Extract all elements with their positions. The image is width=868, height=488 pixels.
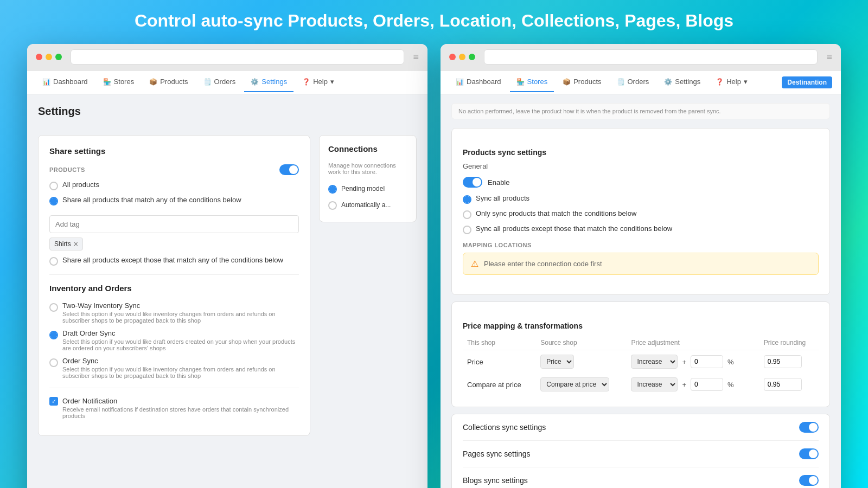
radio-match-products-btn[interactable]	[49, 197, 58, 206]
products-toggle[interactable]	[279, 164, 299, 175]
radio-draft-btn[interactable]	[49, 331, 58, 339]
sync-except-radio-btn[interactable]	[463, 226, 471, 234]
radio-except-products-btn[interactable]	[49, 257, 58, 266]
right-close-dot[interactable]	[449, 54, 456, 60]
collections-sync-label: Collections sync settings	[463, 423, 546, 432]
right-nav-orders[interactable]: 🗒️ Orders	[610, 72, 656, 92]
right-maximize-dot[interactable]	[469, 54, 475, 60]
price-row1-rounding-input[interactable]	[764, 355, 802, 368]
radio-all-products[interactable]: All products	[49, 181, 299, 190]
two-way-label: Two-Way Inventory Sync	[62, 301, 299, 310]
left-content-wrapper: Settings Share settings PRODUCTS All pro…	[27, 94, 427, 488]
price-row1-this-shop: Price	[463, 350, 536, 374]
share-settings-title: Share settings	[49, 146, 299, 156]
price-row-1: Price Price Increase Decrease	[463, 350, 819, 374]
right-nav-help-label: Help	[726, 78, 741, 86]
sync-except-radio[interactable]: Sync all products except those that matc…	[463, 224, 819, 234]
right-nav-products[interactable]: 📦 Products	[556, 72, 608, 92]
mapping-locations-label: MAPPING LOCATIONS	[463, 242, 819, 248]
nav-stores[interactable]: 🏪 Stores	[97, 72, 141, 92]
price-row2-source-select[interactable]: Compare at price	[540, 377, 609, 391]
close-dot[interactable]	[36, 54, 42, 60]
sync-all-radio[interactable]: Sync all products	[463, 194, 819, 204]
radio-two-way-btn[interactable]	[49, 303, 58, 312]
shirts-tag-remove[interactable]: ×	[74, 240, 78, 248]
nav-help[interactable]: ❓ Help ▾	[296, 72, 341, 92]
radio-except-products[interactable]: Share all products except those that mat…	[49, 256, 299, 266]
two-way-sub: Select this option if you would like inv…	[62, 311, 299, 324]
sync-all-radio-btn[interactable]	[463, 195, 471, 204]
top-notice: No action performed, leave the product h…	[451, 103, 830, 119]
right-menu-icon[interactable]: ≡	[826, 52, 832, 63]
nav-stores-label: Stores	[114, 78, 135, 86]
order-notification-row[interactable]: Order Notification Receive email notific…	[49, 397, 299, 419]
right-nav-dashboard[interactable]: 📊 Dashboard	[449, 72, 508, 92]
conn-auto[interactable]: Automatically a...	[328, 197, 407, 213]
inventory-orders-title: Inventory and Orders	[49, 284, 299, 293]
blogs-sync-row: Blogs sync settings	[463, 467, 819, 488]
pct-sign-2: %	[725, 381, 736, 389]
col-price-adj: Price adjustment	[627, 336, 759, 350]
conn-auto-label: Automatically a...	[341, 201, 391, 209]
right-nav-stores[interactable]: 🏪 Stores	[510, 72, 554, 92]
radio-two-way[interactable]: Two-Way Inventory Sync Select this optio…	[49, 301, 299, 324]
radio-order-sync[interactable]: Order Sync Select this option if you wou…	[49, 357, 299, 379]
left-window: ≡ 📊 Dashboard 🏪 Stores 📦 Products 🗒️ Ord…	[27, 44, 427, 488]
right-help-chevron: ▾	[744, 78, 748, 86]
sync-match-label: Only sync products that match the condit…	[476, 209, 636, 217]
minimize-dot[interactable]	[46, 54, 52, 60]
price-row1-adj-type[interactable]: Increase Decrease	[631, 355, 678, 369]
left-titlebar: ≡	[27, 44, 427, 70]
nav-settings[interactable]: ⚙️ Settings	[244, 72, 293, 92]
draft-sub: Select this option if you would like dra…	[62, 338, 299, 351]
settings-icon: ⚙️	[251, 78, 259, 86]
collections-sync-toggle[interactable]	[799, 422, 819, 433]
right-nav-dashboard-label: Dashboard	[467, 78, 501, 86]
pages-sync-toggle[interactable]	[799, 448, 819, 459]
help-chevron-icon: ▾	[330, 78, 334, 86]
price-row2-adj-type[interactable]: Increase Decrease	[631, 377, 678, 391]
order-notification-checkbox[interactable]	[49, 397, 58, 406]
nav-dashboard[interactable]: 📊 Dashboard	[36, 72, 94, 92]
enable-label: Enable	[488, 178, 509, 187]
plus-sign-1: +	[680, 358, 688, 366]
order-notification-sub: Receive email notifications if destinati…	[62, 406, 299, 419]
conn-pending-radio[interactable]	[328, 185, 337, 194]
price-row1-source-select[interactable]: Price	[540, 355, 574, 369]
products-label-text: PRODUCTS	[49, 166, 85, 173]
price-row1-adjustment: Increase Decrease + %	[627, 350, 759, 373]
right-nav-bar: 📊 Dashboard 🏪 Stores 📦 Products 🗒️ Order…	[441, 70, 841, 94]
shirts-tag-label: Shirts	[54, 240, 71, 248]
right-nav-help[interactable]: ❓ Help ▾	[709, 72, 754, 92]
conn-auto-radio[interactable]	[328, 201, 337, 210]
tag-input-field[interactable]	[49, 215, 299, 233]
radio-order-sync-btn[interactable]	[49, 358, 58, 367]
nav-orders[interactable]: 🗒️ Orders	[197, 72, 242, 92]
conn-pending[interactable]: Pending model	[328, 181, 407, 197]
right-nav-settings[interactable]: ⚙️ Settings	[658, 72, 707, 92]
price-row2-rounding-input[interactable]	[764, 378, 802, 391]
mapping-warning-text: Please enter the connection code first	[484, 260, 602, 268]
left-menu-icon[interactable]: ≡	[413, 52, 419, 63]
left-nav-bar: 📊 Dashboard 🏪 Stores 📦 Products 🗒️ Order…	[27, 70, 427, 94]
radio-all-products-btn[interactable]	[49, 182, 58, 190]
order-sync-label: Order Sync	[62, 357, 299, 365]
price-row1-rounding	[760, 350, 819, 374]
enable-toggle[interactable]	[463, 177, 482, 188]
windows-container: ≡ 📊 Dashboard 🏪 Stores 📦 Products 🗒️ Ord…	[27, 44, 841, 488]
sync-match-radio[interactable]: Only sync products that match the condit…	[463, 209, 819, 219]
radio-draft[interactable]: Draft Order Sync Select this option if y…	[49, 329, 299, 351]
draft-label: Draft Order Sync	[62, 329, 299, 337]
radio-match-products[interactable]: Share all products that match any of the…	[49, 196, 299, 206]
blogs-sync-toggle[interactable]	[799, 475, 819, 486]
right-minimize-dot[interactable]	[459, 54, 465, 60]
price-row2-adj-value[interactable]	[691, 378, 723, 391]
right-nav-products-label: Products	[573, 78, 601, 86]
products-section-label: PRODUCTS	[49, 164, 299, 175]
connections-title: Connections	[328, 144, 407, 153]
stores-icon: 🏪	[103, 78, 111, 86]
price-row1-adj-value[interactable]	[691, 355, 723, 368]
nav-products[interactable]: 📦 Products	[143, 72, 194, 92]
maximize-dot[interactable]	[55, 54, 62, 60]
sync-match-radio-btn[interactable]	[463, 210, 471, 219]
